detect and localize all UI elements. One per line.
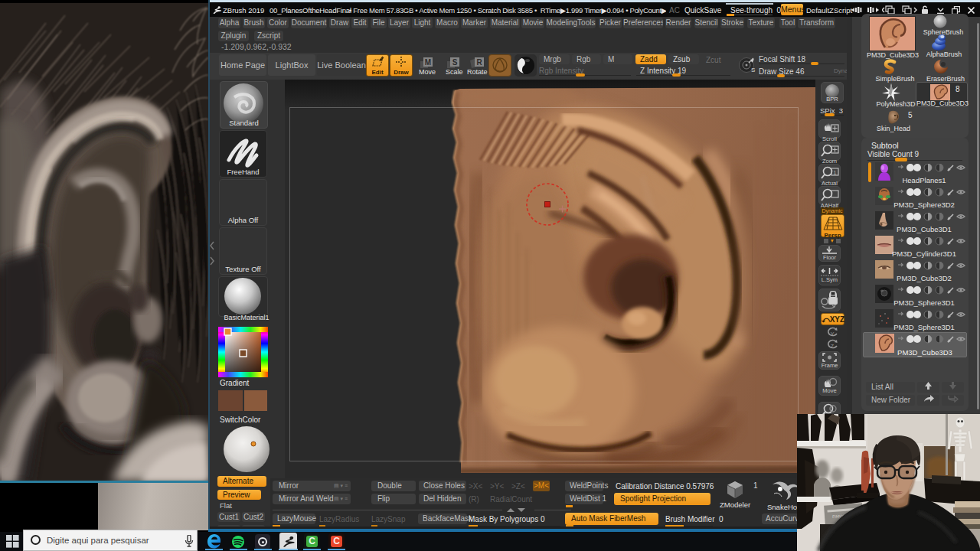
svg-text:Z: Z bbox=[831, 344, 835, 349]
svg-text:1: 1 bbox=[834, 170, 837, 175]
svg-text:BPR: BPR bbox=[826, 96, 838, 103]
svg-text:S: S bbox=[751, 67, 755, 73]
svg-text:S: S bbox=[452, 58, 458, 67]
svg-text:Y: Y bbox=[831, 331, 835, 337]
svg-text:R: R bbox=[476, 58, 482, 67]
svg-text:M: M bbox=[425, 58, 431, 67]
